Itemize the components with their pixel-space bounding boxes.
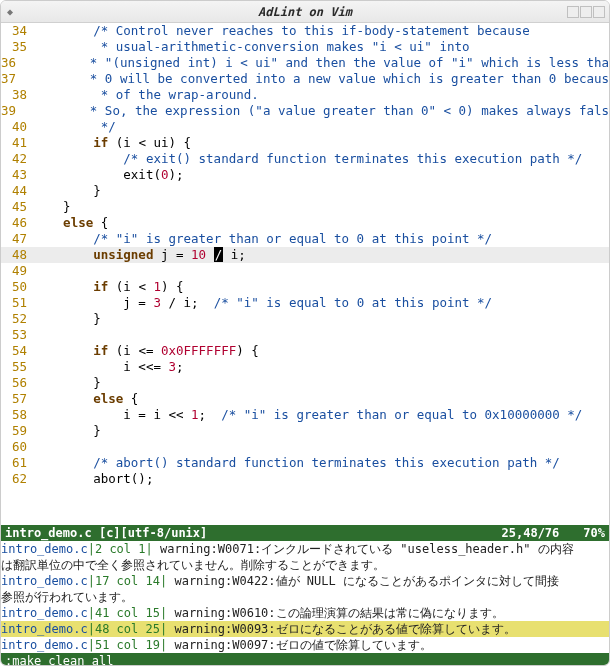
code-content[interactable]: if (i < 1) {: [33, 279, 609, 295]
code-line[interactable]: 57 else {: [1, 391, 609, 407]
code-line[interactable]: 46 else {: [1, 215, 609, 231]
code-line[interactable]: 37 * 0 will be converted into a new valu…: [1, 71, 609, 87]
code-editor[interactable]: 34 /* Control never reaches to this if-b…: [1, 23, 609, 525]
close-button[interactable]: [593, 6, 605, 18]
code-content[interactable]: }: [33, 199, 609, 215]
line-number: 35: [1, 39, 33, 55]
code-line[interactable]: 52 }: [1, 311, 609, 327]
line-number: 51: [1, 295, 33, 311]
code-content[interactable]: * "(unsigned int) i < ui" and then the v…: [22, 55, 609, 71]
line-number: 37: [1, 71, 22, 87]
code-line[interactable]: 35 * usual-arithmetic-conversion makes "…: [1, 39, 609, 55]
code-content[interactable]: }: [33, 311, 609, 327]
line-number: 43: [1, 167, 33, 183]
quickfix-line[interactable]: intro_demo.c|17 col 14| warning:W0422:値が…: [1, 573, 609, 589]
code-content[interactable]: [33, 263, 609, 279]
code-content[interactable]: /* abort() standard function terminates …: [33, 455, 609, 471]
code-content[interactable]: else {: [33, 391, 609, 407]
quickfix-line[interactable]: intro_demo.c|48 col 25| warning:W0093:ゼロ…: [1, 621, 609, 637]
status-percent: 70%: [583, 525, 605, 541]
code-content[interactable]: }: [33, 375, 609, 391]
code-line[interactable]: 43 exit(0);: [1, 167, 609, 183]
code-line[interactable]: 36 * "(unsigned int) i < ui" and then th…: [1, 55, 609, 71]
code-line[interactable]: 55 i <<= 3;: [1, 359, 609, 375]
code-content[interactable]: /* "i" is greater than or equal to 0 at …: [33, 231, 609, 247]
code-line[interactable]: 50 if (i < 1) {: [1, 279, 609, 295]
code-line[interactable]: 53: [1, 327, 609, 343]
line-number: 57: [1, 391, 33, 407]
code-content[interactable]: j = 3 / i; /* "i" is equal to 0 at this …: [33, 295, 609, 311]
code-line[interactable]: 34 /* Control never reaches to this if-b…: [1, 23, 609, 39]
line-number: 62: [1, 471, 33, 487]
code-content[interactable]: [33, 439, 609, 455]
code-line[interactable]: 60: [1, 439, 609, 455]
code-content[interactable]: * of the wrap-around.: [33, 87, 609, 103]
quickfix-window[interactable]: intro_demo.c|2 col 1| warning:W0071:インクル…: [1, 541, 609, 653]
line-number: 48: [1, 247, 33, 263]
quickfix-line[interactable]: intro_demo.c|2 col 1| warning:W0071:インクル…: [1, 541, 609, 557]
line-number: 39: [1, 103, 22, 119]
line-number: 58: [1, 407, 33, 423]
code-content[interactable]: exit(0);: [33, 167, 609, 183]
code-line[interactable]: 58 i = i << 1; /* "i" is greater than or…: [1, 407, 609, 423]
status-file-info: intro_demo.c [c][utf-8/unix]: [5, 525, 502, 541]
quickfix-line[interactable]: は翻訳単位の中で全く参照されていません。削除することができます。: [1, 557, 609, 573]
line-number: 61: [1, 455, 33, 471]
code-line[interactable]: 40 */: [1, 119, 609, 135]
menu-icon[interactable]: ◆: [7, 6, 19, 18]
line-number: 56: [1, 375, 33, 391]
code-content[interactable]: abort();: [33, 471, 609, 487]
code-content[interactable]: if (i < ui) {: [33, 135, 609, 151]
code-line[interactable]: 56 }: [1, 375, 609, 391]
code-line[interactable]: 47 /* "i" is greater than or equal to 0 …: [1, 231, 609, 247]
code-content[interactable]: * So, the expression ("a value greater t…: [22, 103, 609, 119]
code-content[interactable]: i = i << 1; /* "i" is greater than or eq…: [33, 407, 609, 423]
code-content[interactable]: * 0 will be converted into a new value w…: [22, 71, 609, 87]
line-number: 46: [1, 215, 33, 231]
code-content[interactable]: else {: [33, 215, 609, 231]
code-line[interactable]: 61 /* abort() standard function terminat…: [1, 455, 609, 471]
line-number: 40: [1, 119, 33, 135]
code-content[interactable]: unsigned j = 10 / i;: [33, 247, 609, 263]
code-line[interactable]: 62 abort();: [1, 471, 609, 487]
code-content[interactable]: /* Control never reaches to this if-body…: [33, 23, 609, 39]
line-number: 45: [1, 199, 33, 215]
line-number: 59: [1, 423, 33, 439]
code-line[interactable]: 59 }: [1, 423, 609, 439]
code-content[interactable]: * usual-arithmetic-conversion makes "i <…: [33, 39, 609, 55]
line-number: 36: [1, 55, 22, 71]
line-number: 52: [1, 311, 33, 327]
code-line[interactable]: 39 * So, the expression ("a value greate…: [1, 103, 609, 119]
code-content[interactable]: i <<= 3;: [33, 359, 609, 375]
quickfix-line[interactable]: intro_demo.c|41 col 15| warning:W0610:この…: [1, 605, 609, 621]
code-line[interactable]: 54 if (i <= 0x0FFFFFFF) {: [1, 343, 609, 359]
code-content[interactable]: [33, 327, 609, 343]
titlebar: ◆ AdLint on Vim: [1, 1, 609, 23]
code-line[interactable]: 45 }: [1, 199, 609, 215]
code-line[interactable]: 44 }: [1, 183, 609, 199]
code-line[interactable]: 48 unsigned j = 10 / i;: [1, 247, 609, 263]
quickfix-line[interactable]: 参照が行われています。: [1, 589, 609, 605]
minimize-button[interactable]: [567, 6, 579, 18]
window-title: AdLint on Vim: [258, 5, 352, 19]
code-content[interactable]: }: [33, 423, 609, 439]
code-content[interactable]: }: [33, 183, 609, 199]
code-line[interactable]: 51 j = 3 / i; /* "i" is equal to 0 at th…: [1, 295, 609, 311]
code-content[interactable]: /* exit() standard function terminates t…: [33, 151, 609, 167]
line-number: 50: [1, 279, 33, 295]
code-content[interactable]: */: [33, 119, 609, 135]
maximize-button[interactable]: [580, 6, 592, 18]
status-line: intro_demo.c [c][utf-8/unix] 25,48/76 70…: [1, 525, 609, 541]
line-number: 47: [1, 231, 33, 247]
line-number: 34: [1, 23, 33, 39]
code-line[interactable]: 41 if (i < ui) {: [1, 135, 609, 151]
line-number: 53: [1, 327, 33, 343]
line-number: 41: [1, 135, 33, 151]
code-line[interactable]: 49: [1, 263, 609, 279]
status-position: 25,48/76: [502, 525, 560, 541]
code-content[interactable]: if (i <= 0x0FFFFFFF) {: [33, 343, 609, 359]
code-line[interactable]: 42 /* exit() standard function terminate…: [1, 151, 609, 167]
quickfix-line[interactable]: intro_demo.c|51 col 19| warning:W0097:ゼロ…: [1, 637, 609, 653]
code-line[interactable]: 38 * of the wrap-around.: [1, 87, 609, 103]
line-number: 38: [1, 87, 33, 103]
